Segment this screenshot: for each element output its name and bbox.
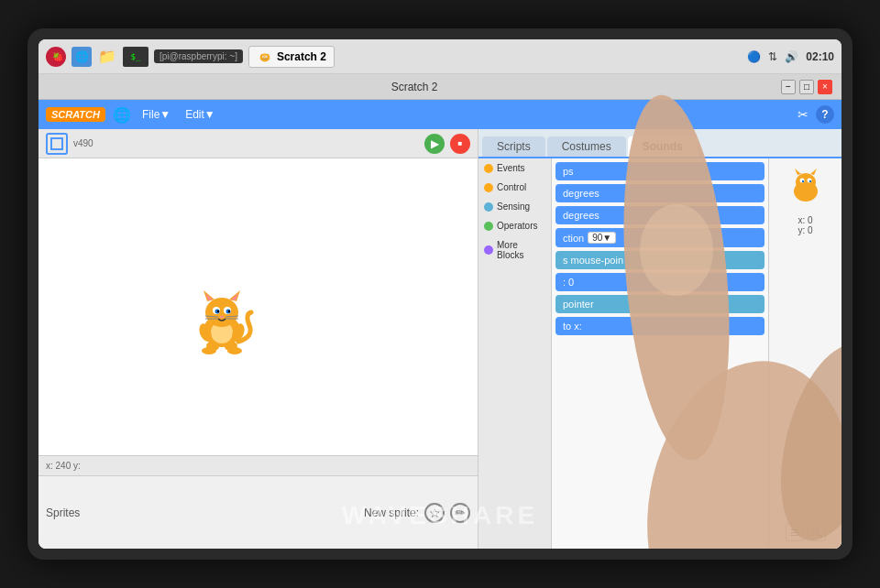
language-icon[interactable]: 🌐: [113, 106, 131, 124]
window-titlebar: Scratch 2 − □ ×: [38, 74, 842, 100]
svg-point-43: [808, 180, 810, 182]
block-mouse[interactable]: s mouse-poin: [556, 251, 764, 269]
block-to-x[interactable]: to x:: [556, 317, 764, 335]
scratch-cat-taskbar-icon: [257, 49, 273, 65]
stop-button[interactable]: ■: [450, 134, 470, 154]
taskbar-right: 🔵 ⇅ 🔊 02:10: [747, 50, 834, 63]
blocks-panel: Events Control Sensing: [478, 158, 842, 549]
stage-info-cat-icon: [783, 166, 829, 212]
zoom-button[interactable]: 🔍: [808, 523, 826, 541]
svg-point-35: [227, 347, 242, 354]
block-degrees-1[interactable]: degrees: [556, 184, 764, 202]
svg-point-37: [796, 173, 816, 191]
block-ps[interactable]: ps: [556, 162, 764, 180]
new-sprite-label: New sprite:: [364, 506, 419, 519]
green-flag-button[interactable]: ▶: [424, 134, 445, 154]
operators-dot: [484, 222, 493, 231]
scratch-cat-sprite: [185, 287, 258, 360]
category-sensing[interactable]: Sensing: [478, 197, 551, 216]
stage-version-label: v490: [73, 138, 94, 148]
svg-marker-39: [810, 169, 817, 175]
raspberry-pi-icon[interactable]: 🍓: [46, 47, 66, 67]
help-button[interactable]: ?: [816, 105, 834, 124]
maximize-button[interactable]: □: [799, 80, 814, 94]
block-palette: ps degrees degrees ction 90▼: [552, 158, 768, 549]
stage-icon: [46, 133, 68, 155]
category-events[interactable]: Events: [478, 158, 551, 178]
stage-x-label: x: 0: [798, 215, 812, 225]
sensing-dot: [484, 202, 493, 212]
scratch-logo: SCRATCH: [46, 107, 105, 122]
block-direction[interactable]: ction 90▼: [556, 228, 764, 247]
tab-costumes[interactable]: Costumes: [547, 136, 626, 157]
block-degrees-2[interactable]: degrees: [556, 206, 764, 224]
taskbar-time: 02:10: [806, 50, 834, 63]
taskbar-scratch-app[interactable]: Scratch 2: [248, 46, 335, 68]
scratch-menubar: SCRATCH 🌐 File▼ Edit▼ ✂ ?: [38, 100, 842, 129]
edit-menu[interactable]: Edit▼: [182, 106, 219, 123]
paint-sprite-button[interactable]: ✏: [450, 503, 470, 523]
scratch-app: SCRATCH 🌐 File▼ Edit▼ ✂ ?: [38, 100, 842, 549]
stage-info-panel: x: 0 y: 0 ☰ 🔍: [768, 158, 842, 549]
volume-icon: 🔊: [785, 50, 798, 63]
close-button[interactable]: ×: [818, 80, 832, 94]
editor-area: Scripts Costumes Sounds: [478, 129, 842, 549]
block-x-coord[interactable]: : 0: [556, 273, 764, 291]
minimize-button[interactable]: −: [781, 80, 796, 94]
svg-point-14: [205, 298, 238, 327]
category-control[interactable]: Control: [478, 178, 551, 197]
svg-point-8: [266, 56, 267, 57]
svg-rect-11: [51, 138, 62, 149]
svg-point-24: [228, 310, 230, 312]
category-more-blocks[interactable]: More Blocks: [478, 235, 551, 265]
bluetooth-icon: 🔵: [747, 50, 761, 63]
control-dot: [484, 183, 493, 192]
tab-sounds[interactable]: Sounds: [628, 136, 698, 157]
screen-inner: 🍓 🌐 📁 $_ [pi@raspberrypi: ~]: [38, 39, 842, 549]
stage-controls: v490 ▶ ■: [38, 129, 478, 158]
browser-icon[interactable]: 🌐: [72, 47, 92, 67]
network-icon: ⇅: [768, 50, 777, 63]
taskbar-app-name: Scratch 2: [277, 50, 326, 63]
window-controls: − □ ×: [781, 80, 832, 94]
events-dot: [484, 164, 493, 173]
folder-icon[interactable]: 📁: [97, 47, 117, 67]
svg-text:🍓: 🍓: [52, 51, 63, 63]
svg-point-34: [202, 347, 216, 354]
file-menu[interactable]: File▼: [138, 106, 174, 123]
editor-tabs: Scripts Costumes Sounds: [478, 129, 842, 158]
svg-point-23: [217, 310, 219, 312]
tab-scripts[interactable]: Scripts: [482, 136, 545, 157]
terminal-label[interactable]: [pi@raspberrypi: ~]: [154, 49, 243, 63]
block-pointer[interactable]: pointer: [556, 295, 764, 313]
block-direction-input[interactable]: 90▼: [588, 232, 616, 244]
svg-point-7: [263, 56, 264, 57]
screen-container: 🍓 🌐 📁 $_ [pi@raspberrypi: ~]: [28, 28, 852, 560]
taskbar: 🍓 🌐 📁 $_ [pi@raspberrypi: ~]: [38, 39, 842, 74]
scratch-main: v490 ▶ ■: [38, 129, 842, 549]
more-blocks-dot: [484, 245, 493, 255]
stage-canvas[interactable]: [38, 158, 478, 455]
sprites-label: Sprites: [46, 506, 80, 519]
settings-icon[interactable]: ✂: [798, 107, 808, 122]
stage-area: v490 ▶ ■: [38, 129, 478, 549]
add-sprite-from-library-button[interactable]: ☆: [424, 503, 445, 523]
stage-coords: x: 240 y:: [38, 455, 478, 475]
svg-point-25: [220, 316, 224, 319]
window-title: Scratch 2: [48, 81, 781, 93]
svg-point-42: [801, 180, 803, 182]
stage-y-label: y: 0: [798, 225, 812, 235]
list-view-button[interactable]: ☰: [786, 523, 804, 541]
category-operators[interactable]: Operators: [478, 216, 551, 235]
terminal-icon[interactable]: $_: [123, 47, 148, 67]
sprites-panel: Sprites New sprite: ☆ ✏: [38, 475, 478, 549]
svg-marker-38: [795, 169, 801, 175]
block-categories: Events Control Sensing: [478, 158, 552, 549]
